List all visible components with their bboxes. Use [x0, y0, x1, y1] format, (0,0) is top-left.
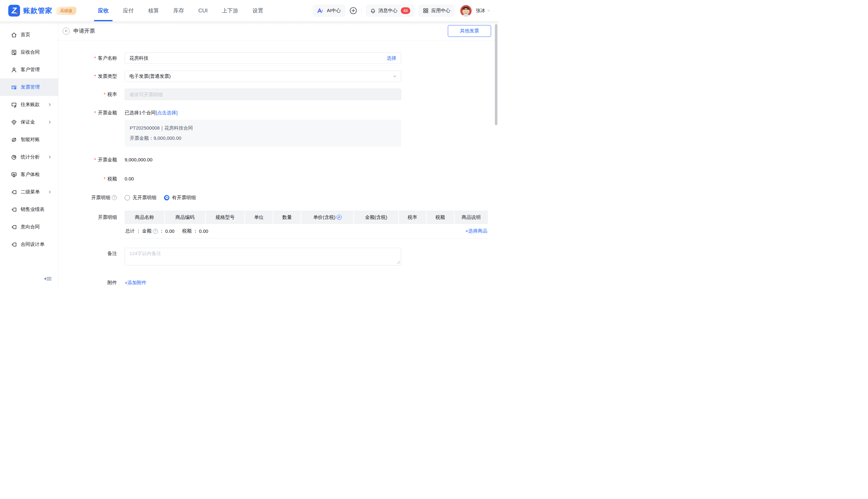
chevron-right-icon: [48, 155, 52, 159]
nav-tab-settings[interactable]: 设置: [252, 0, 263, 21]
contract-select-row: 开票金额 已选择1个合同 [点击选择] PT202500008｜花房科技合同 开…: [59, 110, 498, 147]
invoice-type-label: 发票类型: [59, 73, 117, 80]
sidebar-item-label: 智能对账: [21, 137, 40, 143]
nav-tab-accounting[interactable]: 核算: [148, 0, 159, 21]
chevron-right-icon: [48, 120, 52, 124]
sidebar-item-contract-design[interactable]: 合同设计单: [0, 236, 58, 253]
col-unit: 单位: [245, 210, 273, 224]
brand[interactable]: Z 账款管家 高级版: [8, 5, 76, 16]
customer-name-input[interactable]: [129, 56, 387, 61]
sidebar-item-intent-contract[interactable]: 意向合同: [0, 218, 58, 236]
detail-mode-row: 开票明细 ? 无开票明细 有开票明细: [59, 194, 498, 201]
sidebar-item-receivable-contract[interactable]: 应收合同: [0, 44, 58, 61]
reconcile-icon: ¥: [11, 137, 17, 143]
price-toggle-icon[interactable]: ⇄: [336, 215, 342, 220]
sidebar-item-smart-reconciliation[interactable]: ¥ 智能对账: [0, 131, 58, 148]
deposit-icon: ¥: [11, 119, 17, 125]
invoice-icon: [11, 84, 17, 90]
tax-rate-input[interactable]: [129, 92, 396, 97]
user-name: 张冰: [476, 8, 485, 14]
brand-logo-icon: Z: [8, 5, 20, 16]
nav-tab-inventory[interactable]: 库存: [173, 0, 184, 21]
avatar[interactable]: [460, 5, 472, 16]
invoice-amount-row: 开票金额 9,000,000.00: [59, 157, 498, 163]
user-menu[interactable]: 张冰: [476, 8, 491, 14]
sidebar-item-customer-management[interactable]: 客户管理: [0, 61, 58, 78]
invoice-request-form: 客户名称 选择 发票类型 电子发票(普通发票) 税率: [59, 41, 498, 286]
svg-text:¥: ¥: [13, 138, 15, 141]
message-center-label: 消息中心: [379, 8, 397, 14]
sidebar-collapse-button[interactable]: [44, 276, 52, 281]
sidebar-item-invoice-management[interactable]: 发票管理: [0, 78, 58, 96]
top-navbar: Z 账款管家 高级版 应收 应付 核算 库存 CUI 上下游 设置 AI中心: [0, 0, 498, 22]
radio-checked-icon: [164, 195, 169, 200]
sidebar-item-deposit[interactable]: ¥ 保证金: [0, 113, 58, 131]
summary-amount-label: 金额: [142, 228, 152, 234]
pie-chart-icon: [11, 154, 17, 160]
sidebar-item-label: 意向合同: [21, 224, 40, 230]
col-spec-model: 规格型号: [206, 210, 245, 224]
tag-icon: [11, 206, 17, 213]
help-icon[interactable]: ?: [112, 195, 117, 200]
logo-accent: [15, 13, 18, 14]
invoice-type-select[interactable]: 电子发票(普通发票): [124, 71, 401, 82]
nav-tab-supply-chain[interactable]: 上下游: [222, 0, 238, 21]
contract-select-link[interactable]: [点击选择]: [156, 110, 177, 116]
radio-has-detail[interactable]: 有开票明细: [164, 195, 196, 201]
add-attachment-link[interactable]: +添加附件: [124, 280, 146, 285]
detail-table-label: 开票明细: [59, 210, 117, 220]
remark-textarea[interactable]: [124, 248, 401, 266]
app-center-button[interactable]: 应用中心: [419, 4, 454, 17]
plus-icon[interactable]: [349, 7, 357, 15]
contract-selected-line: 已选择1个合同 [点击选择]: [124, 110, 401, 116]
chevron-right-icon: [48, 190, 52, 194]
help-icon[interactable]: ?: [153, 229, 158, 234]
sidebar-item-submenu[interactable]: 二级菜单: [0, 183, 58, 201]
tag-icon: [11, 189, 17, 195]
chevron-down-icon: [393, 74, 397, 78]
page-title: 申请开票: [73, 27, 95, 35]
summary-divider: ｜: [136, 228, 141, 234]
sidebar-item-label: 保证金: [21, 119, 35, 125]
radio-no-detail[interactable]: 无开票明细: [124, 195, 156, 201]
summary-tax-value: 0.00: [199, 228, 208, 234]
tax-amount-row: 税额 0.00: [59, 176, 498, 182]
select-product-link[interactable]: +选择商品: [465, 228, 487, 234]
ai-center-label: AI中心: [327, 8, 341, 14]
col-product-name: 商品名称: [124, 210, 165, 224]
scrollbar[interactable]: [495, 24, 497, 125]
back-button[interactable]: [63, 28, 70, 35]
sidebar-item-label: 合同设计单: [21, 241, 45, 247]
detail-table: 商品名称 商品编码 规格型号 单位 数量 单价(含税) ⇄ 金额(含税) 税率 …: [124, 210, 488, 239]
summary-tax-label: 税额: [182, 228, 192, 234]
summary-total-label: 总计: [125, 228, 135, 234]
sidebar: 首页 应收合同 客户管理 发票管理: [0, 22, 59, 287]
sidebar-item-label: 销售业绩表: [21, 206, 45, 212]
page-header: 申请开票 其他发票: [59, 22, 498, 41]
message-center-button[interactable]: 消息中心 48: [366, 4, 415, 17]
nav-tab-payable[interactable]: 应付: [123, 0, 134, 21]
sidebar-item-sales-performance[interactable]: 销售业绩表: [0, 201, 58, 218]
sidebar-item-label: 二级菜单: [21, 189, 40, 195]
sidebar-item-home[interactable]: 首页: [0, 26, 58, 44]
home-icon: [11, 32, 17, 38]
sidebar-item-customer-health[interactable]: 客户体检: [0, 166, 58, 183]
svg-text:¥: ¥: [13, 120, 15, 123]
contract-amount: 开票金额：9,000,000.00: [130, 135, 396, 141]
col-tax-rate: 税率: [399, 210, 427, 224]
sidebar-item-current-accounts[interactable]: 往来账款: [0, 96, 58, 113]
ai-center-button[interactable]: AI中心: [313, 4, 345, 17]
sidebar-item-statistics[interactable]: 统计分析: [0, 148, 58, 166]
nav-tab-cui[interactable]: CUI: [198, 0, 207, 21]
customer-select-link[interactable]: 选择: [387, 55, 396, 61]
sidebar-item-label: 首页: [21, 32, 30, 38]
col-product-code: 商品编码: [165, 210, 206, 224]
col-amount: 金额(含税): [354, 210, 399, 224]
col-tax-amount: 税额: [427, 210, 454, 224]
remark-label: 备注: [59, 248, 117, 257]
customer-name-field: 选择: [124, 52, 401, 64]
other-invoice-button[interactable]: 其他发票: [448, 25, 491, 37]
tag-icon: [11, 224, 17, 230]
bell-icon: [370, 8, 376, 14]
nav-tab-receivable[interactable]: 应收: [98, 0, 109, 21]
